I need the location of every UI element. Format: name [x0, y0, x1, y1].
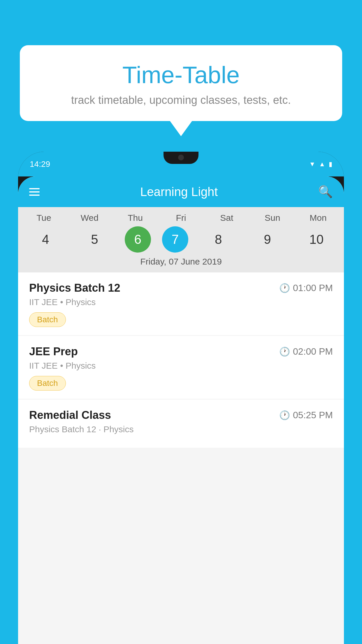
speech-bubble: Time-Table track timetable, upcoming cla…	[20, 45, 342, 121]
status-bar: 14:29 ▼ ▲ ▮	[18, 152, 344, 176]
app-title: Learning Light	[48, 185, 310, 199]
schedule-subtitle-1: IIT JEE • Physics	[29, 297, 333, 307]
status-icons: ▼ ▲ ▮	[309, 160, 332, 168]
schedule-subtitle-2: IIT JEE • Physics	[29, 361, 333, 371]
schedule-time-value-2: 02:00 PM	[293, 346, 333, 357]
front-camera	[178, 155, 184, 160]
schedule-title-1: Physics Batch 12	[29, 282, 120, 294]
day-9[interactable]: 9	[249, 226, 287, 253]
phone-frame: 14:29 ▼ ▲ ▮ Learning Light 🔍	[18, 152, 344, 644]
schedule-time-2: 🕐 02:00 PM	[279, 346, 333, 357]
schedule-time-value-1: 01:00 PM	[293, 283, 333, 293]
schedule-item-1[interactable]: Physics Batch 12 🕐 01:00 PM IIT JEE • Ph…	[18, 272, 344, 335]
clock-icon-1: 🕐	[279, 283, 290, 293]
schedule-time-1: 🕐 01:00 PM	[279, 283, 333, 293]
app-feature-title: Time-Table	[37, 61, 325, 89]
search-icon[interactable]: 🔍	[318, 185, 333, 199]
day-6-today[interactable]: 6	[125, 226, 151, 253]
schedule-item-2-header: JEE Prep 🕐 02:00 PM	[29, 345, 333, 358]
batch-tag-1: Batch	[29, 312, 66, 327]
day-label-wed: Wed	[71, 213, 108, 223]
clock-icon-3: 🕐	[279, 410, 290, 420]
app-header: Learning Light 🔍	[18, 176, 344, 207]
day-7-selected[interactable]: 7	[162, 226, 188, 253]
calendar-strip: Tue Wed Thu Fri Sat Sun Mon 4 5 6 7 8 9 …	[18, 207, 344, 272]
day-10[interactable]: 10	[298, 226, 335, 253]
schedule-title-2: JEE Prep	[29, 345, 78, 358]
app-feature-subtitle: track timetable, upcoming classes, tests…	[37, 94, 325, 106]
schedule-item-1-header: Physics Batch 12 🕐 01:00 PM	[29, 282, 333, 294]
phone-screen: Learning Light 🔍 Tue Wed Thu Fri Sat Sun…	[18, 176, 344, 644]
schedule-list: Physics Batch 12 🕐 01:00 PM IIT JEE • Ph…	[18, 272, 344, 448]
phone-inner: Learning Light 🔍 Tue Wed Thu Fri Sat Sun…	[18, 176, 344, 644]
day-label-fri: Fri	[162, 213, 200, 223]
day-5[interactable]: 5	[75, 226, 113, 253]
schedule-item-3[interactable]: Remedial Class 🕐 05:25 PM Physics Batch …	[18, 400, 344, 448]
menu-icon[interactable]	[29, 186, 40, 198]
day-label-sun: Sun	[254, 213, 291, 223]
schedule-title-3: Remedial Class	[29, 409, 111, 421]
clock-icon-2: 🕐	[279, 346, 290, 357]
schedule-item-2[interactable]: JEE Prep 🕐 02:00 PM IIT JEE • Physics Ba…	[18, 336, 344, 399]
day-numbers: 4 5 6 7 8 9 10	[18, 226, 344, 253]
schedule-item-3-header: Remedial Class 🕐 05:25 PM	[29, 409, 333, 421]
signal-icon: ▲	[319, 160, 325, 168]
day-4[interactable]: 4	[27, 226, 64, 253]
battery-icon: ▮	[329, 160, 332, 168]
batch-tag-2: Batch	[29, 376, 66, 391]
day-label-mon: Mon	[299, 213, 337, 223]
schedule-time-3: 🕐 05:25 PM	[279, 410, 333, 421]
selected-date-label: Friday, 07 June 2019	[18, 257, 344, 268]
day-label-sat: Sat	[208, 213, 246, 223]
schedule-subtitle-3: Physics Batch 12 · Physics	[29, 424, 333, 434]
wifi-icon: ▼	[309, 160, 315, 168]
day-8[interactable]: 8	[199, 226, 237, 253]
day-label-tue: Tue	[25, 213, 63, 223]
day-headers: Tue Wed Thu Fri Sat Sun Mon	[18, 213, 344, 223]
phone-notch	[164, 152, 198, 164]
status-time: 14:29	[30, 160, 50, 169]
day-label-thu: Thu	[116, 213, 154, 223]
schedule-time-value-3: 05:25 PM	[293, 410, 333, 421]
